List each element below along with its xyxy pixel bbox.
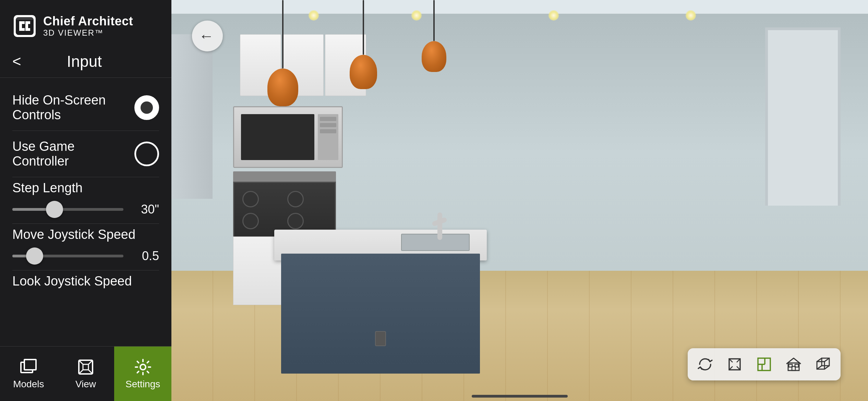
recessed-light-2: [411, 10, 422, 21]
look-joystick-label: Look Joystick Speed: [12, 274, 159, 295]
recessed-light-3: [548, 10, 559, 21]
nav-models[interactable]: Models: [0, 347, 57, 401]
recessed-light-1: [309, 10, 319, 21]
look-joystick-section: Look Joystick Speed: [12, 270, 159, 302]
faucet-body: [437, 212, 442, 240]
pendant-shade-2: [350, 55, 377, 89]
nav-settings-label: Settings: [125, 379, 160, 390]
back-arrow-button[interactable]: <: [12, 54, 21, 69]
burner-2: [287, 191, 304, 207]
nav-models-label: Models: [13, 379, 44, 390]
home-bar: [472, 395, 568, 398]
nav-settings[interactable]: Settings: [114, 347, 171, 401]
use-game-controller-toggle[interactable]: [134, 142, 159, 166]
pendant-cord-1: [282, 0, 284, 69]
burner-4: [287, 213, 304, 229]
kitchen-scene: ←: [171, 0, 868, 401]
pendant-cord-2: [363, 0, 364, 55]
step-length-label: Step Length: [12, 181, 159, 202]
svg-rect-2: [16, 17, 34, 20]
rotate-view-button[interactable]: [693, 352, 717, 376]
island-outlet: [375, 331, 386, 346]
use-game-controller-label: Use Game Controller: [12, 139, 134, 169]
left-panel: Chief Architect 3D VIEWER™ < Input Hide …: [0, 0, 171, 401]
step-length-track[interactable]: [12, 208, 123, 211]
settings-icon: [134, 358, 152, 376]
floorplan-button[interactable]: [752, 352, 776, 376]
island-body: [281, 254, 480, 374]
step-length-section: Step Length 30": [12, 177, 159, 223]
microwave-btn-1: [320, 117, 336, 121]
move-joystick-thumb[interactable]: [26, 247, 43, 265]
perspective-icon: [815, 356, 831, 373]
corner-view-button[interactable]: [723, 352, 747, 376]
hide-controls-row: Hide On-Screen Controls: [12, 85, 159, 131]
burners: [234, 183, 335, 238]
microwave-btn-3: [320, 129, 336, 133]
pendant-light-2: [350, 0, 377, 89]
right-panel: ←: [171, 0, 868, 401]
move-joystick-slider-row: 0.5: [12, 249, 159, 263]
use-game-controller-row: Use Game Controller: [12, 131, 159, 177]
svg-rect-24: [795, 364, 798, 367]
pendant-light-3: [422, 0, 446, 72]
microwave-btn-2: [320, 123, 336, 127]
page-title: Input: [25, 52, 144, 71]
view-icon: [77, 358, 95, 376]
microwave: [233, 106, 343, 168]
pendant-shade-3: [422, 41, 446, 72]
move-joystick-label: Move Joystick Speed: [12, 227, 159, 249]
nav-view-label: View: [75, 379, 96, 390]
step-length-thumb[interactable]: [46, 201, 63, 218]
doorway-left: [171, 34, 213, 199]
kitchen-island: [281, 230, 480, 374]
pendant-cord-3: [433, 0, 435, 41]
logo-text: Chief Architect 3D VIEWER™: [43, 14, 133, 38]
microwave-display: [241, 114, 314, 160]
header-bar: < Input: [0, 49, 171, 77]
logo-area: Chief Architect 3D VIEWER™: [0, 0, 171, 49]
bottom-nav: Models View Settings: [0, 346, 171, 401]
back-button[interactable]: ←: [192, 21, 223, 51]
kitchen-sink: [401, 234, 470, 251]
svg-rect-4: [24, 360, 36, 370]
recessed-light-4: [686, 10, 696, 21]
step-length-value: 30": [132, 202, 159, 217]
svg-point-11: [140, 364, 146, 370]
hide-controls-toggle[interactable]: [134, 95, 159, 120]
perspective-button[interactable]: [811, 352, 835, 376]
upper-cabinets: [240, 34, 366, 96]
settings-content: Hide On-Screen Controls Use Game Control…: [0, 78, 171, 346]
view-toolbar: [688, 348, 841, 380]
burner-3: [242, 213, 259, 229]
svg-rect-23: [789, 364, 792, 367]
move-joystick-section: Move Joystick Speed 0.5: [12, 224, 159, 270]
move-joystick-value: 0.5: [132, 249, 159, 263]
nav-view[interactable]: View: [57, 347, 114, 401]
step-length-slider-row: 30": [12, 202, 159, 217]
hide-controls-label: Hide On-Screen Controls: [12, 93, 134, 122]
back-button-icon: ←: [199, 28, 214, 44]
burner-1: [242, 191, 259, 207]
microwave-controls: [318, 114, 338, 160]
rotate-icon: [697, 356, 713, 373]
corner-icon: [726, 356, 743, 373]
app-logo-icon: [12, 14, 37, 38]
house-view-button[interactable]: [782, 352, 806, 376]
app-subtitle: 3D VIEWER™: [43, 28, 133, 38]
models-icon: [20, 358, 37, 376]
floorplan-icon: [756, 356, 772, 373]
pendant-shade-1: [267, 69, 298, 106]
pendant-light-1: [267, 0, 298, 106]
app-name: Chief Architect: [43, 14, 133, 28]
house-icon: [785, 356, 802, 373]
doorway-right: [765, 27, 841, 206]
move-joystick-track[interactable]: [12, 255, 123, 257]
